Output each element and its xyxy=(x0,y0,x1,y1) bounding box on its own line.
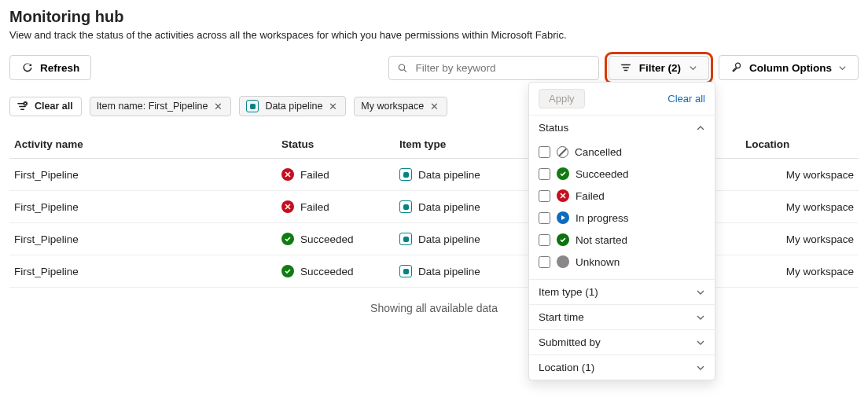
filter-button[interactable]: Filter (2) xyxy=(609,56,709,80)
filter-option-label: Not started xyxy=(576,234,627,246)
filter-option-label: Failed xyxy=(576,190,605,202)
filter-checkbox[interactable] xyxy=(539,234,550,246)
filter-section-label: Status xyxy=(539,122,568,134)
cell-itemtype: Data pipeline xyxy=(395,223,536,255)
filter-section-submittedby[interactable]: Submitted by xyxy=(529,329,715,335)
cell-itemtype: Data pipeline xyxy=(395,159,536,191)
chip-my-workspace[interactable]: My workspace ✕ xyxy=(354,97,447,116)
filter-option-unknown[interactable]: Unknown xyxy=(539,251,705,273)
filter-option-notstarted[interactable]: Not started xyxy=(539,229,705,251)
table-row[interactable]: First_PipelineFailedData pipeline4:15 PM… xyxy=(9,191,859,223)
filter-clear-all-link[interactable]: Clear all xyxy=(668,93,705,105)
filter-section-label: Start time xyxy=(539,311,584,323)
clear-filter-icon xyxy=(17,101,28,112)
filter-option-inprogress[interactable]: In progress xyxy=(539,207,705,229)
filter-checkbox[interactable] xyxy=(539,256,550,268)
filter-option-failed[interactable]: Failed xyxy=(539,185,705,207)
pipeline-icon xyxy=(399,265,412,277)
cell-activity: First_Pipeline xyxy=(9,191,277,223)
pipeline-icon xyxy=(399,233,412,245)
col-header-location[interactable]: Location xyxy=(741,130,859,159)
pipeline-icon xyxy=(399,200,412,213)
status-failed-icon xyxy=(281,200,294,213)
cell-activity: First_Pipeline xyxy=(9,255,277,288)
chip-data-pipeline[interactable]: Data pipeline ✕ xyxy=(239,96,346,116)
wrench-icon xyxy=(730,61,743,74)
chip-label: Item name: First_Pipeline xyxy=(97,101,208,112)
chip-label: My workspace xyxy=(361,101,424,112)
clear-all-label: Clear all xyxy=(35,101,73,112)
filter-section-label: Item type (1) xyxy=(539,286,598,298)
filter-option-label: Unknown xyxy=(576,256,620,268)
filter-icon xyxy=(620,62,631,73)
close-icon[interactable]: ✕ xyxy=(329,101,337,112)
filter-apply-button[interactable]: Apply xyxy=(539,89,585,108)
filter-checkbox[interactable] xyxy=(539,146,550,158)
page-title: Monitoring hub xyxy=(9,8,859,26)
chevron-down-icon xyxy=(689,64,697,72)
search-input[interactable] xyxy=(414,61,590,75)
filter-option-label: Succeeded xyxy=(576,168,629,180)
cell-location: My workspace xyxy=(741,255,859,288)
cell-status: Failed xyxy=(277,191,395,223)
filter-panel: Apply Clear all Status CancelledSucceede… xyxy=(528,82,715,335)
col-header-status[interactable]: Status xyxy=(277,130,395,159)
pipeline-icon xyxy=(246,100,259,112)
chip-label: Data pipeline xyxy=(265,101,322,112)
filter-chips-row: Clear all Item name: First_Pipeline ✕ Da… xyxy=(9,96,859,116)
col-header-activity[interactable]: Activity name xyxy=(9,130,277,159)
filter-section-starttime[interactable]: Start time xyxy=(529,304,715,329)
column-options-button[interactable]: Column Options xyxy=(719,55,859,80)
filter-option-cancelled[interactable]: Cancelled xyxy=(539,141,705,163)
filter-checkbox[interactable] xyxy=(539,190,550,202)
activities-table: Activity name Status Item type Start tim… xyxy=(9,130,859,288)
status-unknown-icon xyxy=(557,255,569,268)
chevron-down-icon xyxy=(696,288,705,297)
cancelled-icon xyxy=(557,146,568,158)
filter-checkbox[interactable] xyxy=(539,212,550,224)
page-subtitle: View and track the status of the activit… xyxy=(9,29,859,41)
chevron-up-icon xyxy=(696,123,705,133)
status-inprogress-icon xyxy=(557,211,569,224)
cell-itemtype: Data pipeline xyxy=(395,255,536,288)
chevron-down-icon xyxy=(696,313,705,322)
filter-section-status[interactable]: Status xyxy=(529,115,715,140)
col-header-itemtype[interactable]: Item type xyxy=(395,130,536,159)
filter-status-options: CancelledSucceededFailedIn progressNot s… xyxy=(529,140,715,279)
close-icon[interactable]: ✕ xyxy=(214,101,223,112)
column-options-label: Column Options xyxy=(749,62,832,74)
cell-status: Succeeded xyxy=(277,223,395,255)
refresh-button[interactable]: Refresh xyxy=(9,55,91,80)
cell-itemtype: Data pipeline xyxy=(395,191,536,223)
pipeline-icon xyxy=(399,168,412,181)
svg-line-1 xyxy=(404,69,406,72)
table-row[interactable]: First_PipelineSucceededData pipeline3:42… xyxy=(9,223,859,255)
cell-location: My workspace xyxy=(741,223,859,255)
clear-all-chip[interactable]: Clear all xyxy=(9,97,82,116)
status-succeeded-icon xyxy=(281,233,294,245)
cell-activity: First_Pipeline xyxy=(9,223,277,255)
refresh-icon xyxy=(21,61,34,74)
cell-status: Succeeded xyxy=(277,255,395,288)
status-failed-icon xyxy=(281,168,294,181)
filter-label: Filter (2) xyxy=(639,62,681,74)
table-row[interactable]: First_PipelineFailedData pipeline3:40 PM… xyxy=(9,159,859,191)
filter-option-succeeded[interactable]: Succeeded xyxy=(539,163,705,185)
svg-point-0 xyxy=(399,64,404,69)
filter-section-itemtype[interactable]: Item type (1) xyxy=(529,279,715,304)
close-icon[interactable]: ✕ xyxy=(430,101,439,112)
footer-text: Showing all available data xyxy=(9,288,859,329)
table-row[interactable]: First_PipelineSucceededData pipeline6:08… xyxy=(9,255,859,288)
chip-item-name[interactable]: Item name: First_Pipeline ✕ xyxy=(90,97,232,116)
cell-location: My workspace xyxy=(741,191,859,223)
status-notstarted-icon xyxy=(557,233,569,246)
filter-checkbox[interactable] xyxy=(539,168,550,180)
filter-option-label: In progress xyxy=(576,212,629,224)
status-succeeded-icon xyxy=(557,167,569,180)
cell-status: Failed xyxy=(277,159,395,191)
status-failed-icon xyxy=(557,189,569,202)
search-box[interactable] xyxy=(388,56,599,80)
cell-location: My workspace xyxy=(741,159,859,191)
chevron-down-icon xyxy=(838,64,847,72)
cell-activity: First_Pipeline xyxy=(9,159,277,191)
